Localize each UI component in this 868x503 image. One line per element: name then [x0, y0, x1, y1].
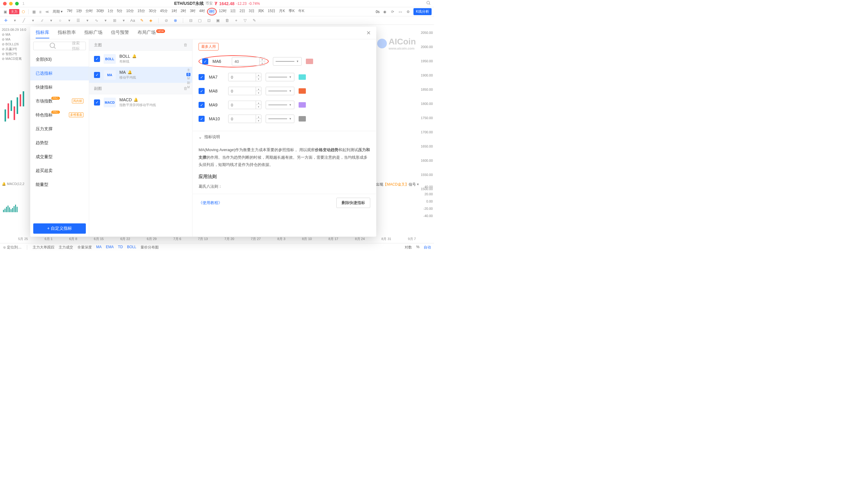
- visible-indicator[interactable]: ⊘ BOLL(26: [2, 42, 26, 47]
- text-icon[interactable]: Aa: [130, 18, 135, 23]
- timeframe-5分[interactable]: 5分: [115, 8, 124, 16]
- description-toggle[interactable]: ⌄ 指标说明: [193, 131, 376, 143]
- bottom-right-自动[interactable]: 自动: [424, 245, 431, 250]
- bell-icon[interactable]: 🔔: [132, 54, 137, 58]
- line-style-select[interactable]: ▼: [266, 73, 294, 81]
- timeframe-10分[interactable]: 10分: [125, 8, 135, 16]
- tutorial-link[interactable]: 《使用教程》: [198, 200, 222, 206]
- checkbox-icon[interactable]: ✓: [94, 56, 100, 62]
- refresh-icon[interactable]: ⟳: [390, 9, 395, 14]
- category-能量型[interactable]: 能量型: [30, 178, 89, 192]
- timeframe-7时[interactable]: 7时: [65, 8, 74, 16]
- timeframe-分时[interactable]: 分时: [84, 8, 94, 16]
- bottom-item-主力成交[interactable]: 主力成交: [59, 245, 73, 250]
- modal-tab-指标胜率[interactable]: 指标胜率: [58, 27, 76, 38]
- color-swatch[interactable]: [299, 74, 306, 80]
- timeframe-8时[interactable]: 8时: [207, 8, 217, 16]
- color-swatch[interactable]: [299, 116, 306, 122]
- modal-tab-布局广场[interactable]: 布局广场NEW: [137, 27, 165, 38]
- chevron-down-icon[interactable]: ▾: [103, 18, 108, 23]
- bell-icon[interactable]: 🔔: [134, 97, 138, 102]
- step-up-icon[interactable]: ▲: [256, 73, 261, 77]
- delete-shortcut-button[interactable]: 删除快捷指标: [337, 198, 370, 208]
- layers-icon[interactable]: ▣: [215, 18, 221, 23]
- category-成交量型[interactable]: 成交量型: [30, 150, 89, 164]
- number-input[interactable]: 0▲▼: [228, 101, 261, 109]
- step-down-icon[interactable]: ▼: [260, 61, 265, 65]
- category-全部(63)[interactable]: 全部(63): [30, 53, 89, 66]
- category-市场指数[interactable]: 市场指数PRO风向标: [30, 94, 89, 108]
- visible-indicator[interactable]: ⊘ 共赢3号: [2, 47, 26, 51]
- timeframe-12时[interactable]: 12时: [217, 8, 228, 16]
- category-趋势型[interactable]: 趋势型: [30, 136, 89, 150]
- timeframe-15日[interactable]: 15日: [266, 8, 277, 16]
- timeframe-月K[interactable]: 月K: [277, 8, 287, 16]
- line-style-select[interactable]: ▼: [266, 87, 294, 95]
- pin-icon[interactable]: ⌖: [233, 18, 239, 23]
- bell-icon[interactable]: 🔔: [127, 70, 132, 74]
- timeframe-2日[interactable]: 2日: [238, 8, 247, 16]
- minimize-window-icon[interactable]: [9, 2, 13, 6]
- timeframe-3时[interactable]: 3时: [188, 8, 197, 16]
- bars-icon[interactable]: ⫼: [38, 9, 43, 14]
- number-input[interactable]: 40▲▼: [232, 57, 265, 65]
- hex-icon[interactable]: ⬡: [21, 9, 26, 14]
- bottom-item-TD[interactable]: TD: [118, 245, 123, 250]
- step-down-icon[interactable]: ▼: [256, 119, 261, 123]
- chevron-down-icon[interactable]: ▾: [48, 18, 54, 23]
- wave-icon[interactable]: ∿: [94, 18, 99, 23]
- step-up-icon[interactable]: ▲: [256, 115, 261, 119]
- plus-box-icon[interactable]: ⊞: [112, 18, 117, 23]
- delete-section-icon[interactable]: 🗑: [184, 43, 187, 47]
- rewind-icon[interactable]: ≪: [44, 9, 50, 14]
- note-icon[interactable]: ✎: [251, 18, 257, 23]
- timeframe-1时[interactable]: 1时: [170, 8, 179, 16]
- number-input[interactable]: 0▲▼: [228, 73, 261, 81]
- magnet-icon[interactable]: ⊘: [164, 18, 169, 23]
- step-down-icon[interactable]: ▼: [256, 77, 261, 81]
- bottom-item-BOLL[interactable]: BOLL: [127, 245, 136, 250]
- timeframe-15分[interactable]: 15分: [136, 8, 147, 16]
- timeframe-30分[interactable]: 30分: [147, 8, 158, 16]
- modal-tab-指标库[interactable]: 指标库: [36, 27, 49, 38]
- eraser-icon[interactable]: ◈: [148, 18, 154, 23]
- hide-icon[interactable]: ⊡: [206, 18, 211, 23]
- timeframe-1秒[interactable]: 1秒: [75, 8, 83, 16]
- step-up-icon[interactable]: ▲: [256, 101, 261, 105]
- search-icon[interactable]: [426, 1, 431, 6]
- horizontal-lines-icon[interactable]: ☰: [75, 18, 81, 23]
- bottom-right-对数[interactable]: 对数: [405, 245, 412, 250]
- step-up-icon[interactable]: ▲: [260, 58, 265, 61]
- bottom-item-全量深度[interactable]: 全量深度: [78, 245, 92, 250]
- ruler-icon[interactable]: ⊟: [188, 18, 194, 23]
- bottom-item-EMA[interactable]: EMA: [106, 245, 114, 250]
- chevron-down-icon[interactable]: ▾: [66, 18, 72, 23]
- number-input[interactable]: 0▲▼: [228, 115, 261, 123]
- circle-icon[interactable]: ○: [58, 18, 63, 23]
- window-icon[interactable]: ▭: [398, 9, 403, 14]
- checkbox-icon[interactable]: ✓: [94, 100, 100, 105]
- checkbox-icon[interactable]: ✓: [202, 58, 208, 64]
- kline-analysis-button[interactable]: K线分析: [413, 8, 432, 15]
- crosshair-icon[interactable]: ✛: [3, 18, 9, 23]
- line-style-select[interactable]: ▼: [266, 101, 294, 109]
- visible-indicator[interactable]: ⊘ MA: [2, 37, 26, 42]
- period-dropdown[interactable]: 周期 ▾: [51, 9, 64, 15]
- maximize-window-icon[interactable]: [15, 2, 19, 6]
- search-input[interactable]: 搜索指标: [33, 42, 86, 50]
- calendar-icon[interactable]: ▦: [31, 9, 37, 14]
- box-icon[interactable]: ▢: [197, 18, 203, 23]
- timeframe-45分[interactable]: 45分: [159, 8, 169, 16]
- color-swatch[interactable]: [299, 102, 306, 107]
- category-超买超卖[interactable]: 超买超卖: [30, 164, 89, 178]
- locate-button[interactable]: ⊙ 定位到…: [3, 245, 21, 250]
- bottom-item-量价分布图[interactable]: 量价分布图: [141, 245, 159, 250]
- visible-indicator[interactable]: ⊘ MACD背离: [2, 56, 26, 61]
- indicator-row-BOLL[interactable]: ✓BOLLBOLL🔔布林线: [89, 51, 192, 67]
- checkbox-icon[interactable]: ✓: [198, 88, 205, 94]
- color-swatch[interactable]: [299, 88, 306, 94]
- timeframe-3日[interactable]: 3日: [247, 8, 256, 16]
- filter-icon[interactable]: ▽: [242, 18, 248, 23]
- timeframe-30秒[interactable]: 30秒: [95, 8, 105, 16]
- bottom-item-主力大单跟踪[interactable]: 主力大单跟踪: [33, 245, 54, 250]
